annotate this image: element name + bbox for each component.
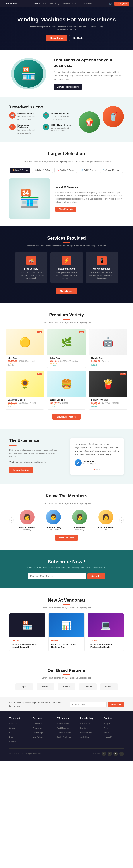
footer-our-partners-link[interactable]: Our Partners: [33, 736, 44, 738]
meet-the-team-button[interactable]: Meet The Team: [55, 535, 78, 540]
spec-machines-title: Machines facility: [17, 112, 39, 115]
footer-partnerships-link[interactable]: Partnerships: [33, 732, 43, 734]
footer-requirements-link[interactable]: Requirements: [80, 732, 91, 734]
footer-subscribe-button[interactable]: Subscribe: [108, 702, 124, 707]
member-antoine-role: IT Technician: [42, 529, 64, 531]
news-card-2[interactable]: 📊 Trends Hottest Trends in Vending Machi…: [48, 613, 85, 651]
footer-press-link[interactable]: Press: [9, 732, 14, 734]
spec-fees-title: Lowest fees in city: [51, 112, 73, 115]
footer-food-machines-link[interactable]: Food Machines: [56, 727, 69, 729]
product-spicy-plate: 🌿 Sale Spicy Plate $1,299.00 - $2,099.00…: [47, 329, 86, 368]
product-noodle-case-name: Noodle Case: [91, 357, 125, 359]
brand-logo-dalton: DALTON: [36, 683, 54, 690]
social-instagram[interactable]: in: [113, 751, 118, 756]
browse-all-products-button[interactable]: Browse All Products: [52, 414, 80, 420]
member-paula-role: CEO: [95, 529, 117, 531]
experience-body2: Vendomat products ensure quality service…: [9, 460, 63, 464]
hero-get-quote-button[interactable]: Get Quote: [69, 35, 87, 41]
nav-shop[interactable]: Shop: [48, 3, 53, 5]
dot-1[interactable]: [94, 469, 95, 470]
footer-contact-link[interactable]: Contact: [9, 740, 16, 742]
product-burger: 🍔 Burger Vending $1,599.00 / 2 months ★★…: [47, 371, 86, 410]
cat-drinks-button[interactable]: ☕ Drinks & Coffee: [32, 168, 53, 173]
check-brand-button[interactable]: Check Brand ›: [56, 288, 78, 294]
subscribe-heading: Subscribe Now !: [9, 559, 124, 565]
footer-franchising-link[interactable]: Franchising: [33, 727, 43, 729]
nav-why[interactable]: Why: [42, 3, 46, 5]
spec-item-mechanics: 🔧 Experienced MechanicsLorem ipsum dolor…: [9, 124, 39, 134]
footer-sales-link[interactable]: Sales: [104, 727, 108, 729]
cat-custom-button[interactable]: 🔧 Custom Machines: [100, 168, 123, 173]
service-card-delivery: 🚚 Free Delivery Lorem ipsum dolor sit am…: [15, 252, 48, 283]
brand-logo-kinem: M KINEM: [79, 683, 97, 690]
subscribe-email-input[interactable]: [28, 573, 86, 579]
cat-cocktail-button[interactable]: 🍬 Cocktail & Candy: [54, 168, 77, 173]
member-paula: 👩 Paula Anderson CEO: [95, 510, 117, 531]
nav-contact[interactable]: Contact Us: [82, 3, 91, 5]
footer-apply-link[interactable]: Apply Now: [80, 736, 89, 738]
member-aisha-role: Accounting: [69, 529, 91, 531]
members-next-button[interactable]: ›: [119, 518, 124, 523]
member-madison: 👩 Madison Stevens Marketing: [16, 510, 38, 531]
nav-logo: VVendomat: [4, 2, 17, 5]
members-prev-button[interactable]: ‹: [9, 518, 14, 523]
spec-mechanics-title: Experienced Mechanics: [17, 124, 39, 128]
footer-it-services-link[interactable]: IT Services: [33, 723, 42, 725]
brands-subtitle: Lorem ipsum dolor sit amet, consectetur …: [9, 677, 124, 679]
member-aisha-name: Aisha Hays: [69, 526, 91, 529]
footer-custom-machines-link[interactable]: Custom Machines: [56, 732, 71, 734]
explore-services-button[interactable]: Explore Services: [9, 467, 33, 473]
member-madison-name: Madison Stevens: [16, 526, 38, 529]
footer-products-heading: IT Products: [56, 717, 77, 720]
spec-clients-title: 5000+ Happy Clients: [51, 124, 73, 126]
experience-section: The Experience Body takes the first step…: [0, 429, 133, 484]
footer-subscribe-text: Get the news by subscribing to our newsl…: [9, 701, 65, 708]
specialized-section: Specialized service 🏭 Machines facilityL…: [0, 97, 133, 142]
news-card-1[interactable]: 🏪 Vending Newest Vending Machines around…: [9, 613, 46, 651]
social-youtube[interactable]: yt: [119, 751, 124, 756]
browse-products-button[interactable]: Browse Products Here: [54, 84, 82, 90]
footer-blog-link[interactable]: Blog: [9, 736, 13, 738]
author-title: CEO, Company: [83, 463, 97, 465]
service-install-desc: Lorem ipsum dolor sit amet, consectetur …: [53, 271, 80, 279]
footer-col-franchise: Franchising Get Started Locations Requir…: [80, 717, 100, 744]
footer-privacy-link[interactable]: Privacy Policy: [104, 736, 115, 738]
testimonial-text: Lorem ipsum dolor sit amet, consectetur …: [75, 442, 119, 456]
news-card-3[interactable]: 💻 Online Check Online Vending Machines f…: [87, 613, 124, 651]
get-quote-button[interactable]: Get A Quote: [114, 2, 129, 5]
subscribe-button[interactable]: Subscribe: [87, 573, 105, 579]
dot-2[interactable]: [96, 469, 98, 470]
hero-check-brands-button[interactable]: Check Brands: [46, 35, 67, 41]
nav-about[interactable]: About Us: [72, 3, 80, 5]
dot-3[interactable]: [99, 469, 100, 470]
footer-careers-link[interactable]: Careers: [9, 727, 16, 729]
footer-locations-link[interactable]: Locations: [80, 727, 88, 729]
product-french-fry: 🍟 Sale French Fry Stand $1,899.00 - $2,1…: [89, 371, 128, 410]
footer-get-started-link[interactable]: Get Started: [80, 723, 89, 725]
hero-subtitle: Select the best plan or package of Vendo…: [30, 25, 103, 31]
footer-support-link[interactable]: Support: [104, 723, 110, 725]
nav-home[interactable]: Home: [34, 3, 39, 5]
thousands-section: 🏪 Thousands of options for your business…: [0, 50, 133, 97]
footer-about-link[interactable]: About Us: [9, 723, 17, 725]
member-madison-role: Marketing: [16, 529, 38, 531]
nav-blog[interactable]: Blog: [55, 3, 59, 5]
footer-drink-machines-link[interactable]: Drink Machines: [56, 723, 69, 725]
nav-links: Home Why Shop Blog Franchise About Us Co…: [34, 3, 91, 5]
members-heading: Know The Members: [9, 493, 124, 498]
footer-combo-machines-link[interactable]: Combo Machines: [56, 736, 71, 738]
shop-products-button[interactable]: Shop Products: [55, 207, 77, 212]
spec-drinks-circle: 🥤: [103, 106, 124, 127]
author-avatar: A: [75, 459, 82, 466]
footer-subscribe-input[interactable]: [70, 702, 107, 707]
footer-franchise-heading: Franchising: [80, 717, 100, 720]
nav-franchise[interactable]: Franchise: [61, 3, 70, 5]
cat-cold-button[interactable]: ❄️ Cold & Frozen: [79, 168, 99, 173]
footer-media-link[interactable]: Media: [104, 732, 109, 734]
member-paula-name: Paula Anderson: [95, 526, 117, 529]
cat-food-button[interactable]: 🍕 Food & Snacks: [10, 168, 30, 173]
social-facebook[interactable]: f: [102, 751, 106, 756]
brand-logo-wonder: WONDER: [100, 683, 118, 690]
cart-icon[interactable]: 🛒: [109, 2, 112, 5]
social-twitter[interactable]: t: [107, 751, 112, 756]
